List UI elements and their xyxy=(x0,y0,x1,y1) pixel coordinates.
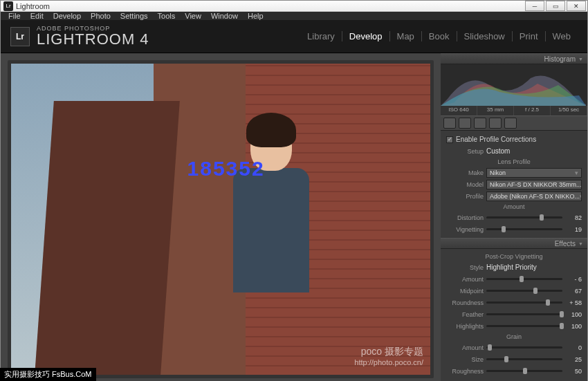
menu-window[interactable]: Window xyxy=(206,12,243,20)
menu-edit[interactable]: Edit xyxy=(26,12,48,20)
module-library[interactable]: Library xyxy=(300,31,342,41)
module-develop[interactable]: Develop xyxy=(342,31,390,41)
setup-value[interactable]: Custom xyxy=(486,147,510,155)
grain-amount-slider[interactable] xyxy=(486,346,562,349)
menu-help[interactable]: Help xyxy=(243,12,268,20)
feather-slider[interactable] xyxy=(486,313,562,315)
minimize-button[interactable]: ─ xyxy=(525,1,544,11)
menu-file[interactable]: File xyxy=(3,12,26,20)
distortion-slider[interactable] xyxy=(486,216,562,219)
image-frame: 185352 poco 摄影专题 http://photo.poco.cn/ xyxy=(8,60,434,378)
right-panel: Histogram ISO 640 35 mm f / 2.5 1/50 sec xyxy=(441,53,587,381)
menu-photo[interactable]: Photo xyxy=(86,12,116,20)
make-dropdown[interactable]: Nikon xyxy=(486,168,582,178)
module-web[interactable]: Web xyxy=(546,31,578,41)
roundness-slider[interactable] xyxy=(486,301,562,304)
maximize-button[interactable]: ▭ xyxy=(546,1,565,11)
titlebar: Lr Lightroom ─ ▭ ✕ xyxy=(1,1,587,12)
model-dropdown[interactable]: Nikon AF-S DX NIKKOR 35mm... xyxy=(486,180,582,189)
highlights-slider[interactable] xyxy=(486,325,562,327)
menubar: File Edit Develop Photo Settings Tools V… xyxy=(1,12,587,20)
module-slideshow[interactable]: Slideshow xyxy=(457,31,513,41)
tool-strip xyxy=(441,115,587,131)
menu-develop[interactable]: Develop xyxy=(48,12,86,20)
overlay-number: 185352 xyxy=(187,157,265,180)
brush-icon[interactable] xyxy=(504,118,517,129)
module-book[interactable]: Book xyxy=(422,31,457,41)
brand-logo: Lr xyxy=(10,27,30,46)
window-title: Lightroom xyxy=(16,2,525,10)
watermark: poco 摄影专题 http://photo.poco.cn/ xyxy=(354,346,423,366)
effects-header[interactable]: Effects xyxy=(441,238,587,249)
menu-view[interactable]: View xyxy=(180,12,206,20)
brand-bar: Lr ADOBE PHOTOSHOP LIGHTROOM 4 Library D… xyxy=(1,20,587,53)
module-picker: Library Develop Map Book Slideshow Print… xyxy=(300,31,578,41)
menu-settings[interactable]: Settings xyxy=(116,12,153,20)
vignetting-slider[interactable] xyxy=(486,228,562,230)
module-print[interactable]: Print xyxy=(513,31,546,41)
spot-icon[interactable] xyxy=(459,118,471,129)
enable-profile-label: Enable Profile Corrections xyxy=(456,136,536,143)
midpoint-slider[interactable] xyxy=(486,290,562,292)
redeye-icon[interactable] xyxy=(474,118,486,129)
enable-profile-checkbox[interactable]: ✓ xyxy=(446,136,453,143)
histogram-header[interactable]: Histogram xyxy=(441,53,587,64)
histogram-info: ISO 640 35 mm f / 2.5 1/50 sec xyxy=(441,106,587,115)
close-button[interactable]: ✕ xyxy=(567,1,586,11)
menu-tools[interactable]: Tools xyxy=(153,12,181,20)
crop-icon[interactable] xyxy=(443,118,456,129)
vignette-amount-slider[interactable] xyxy=(486,278,562,280)
app-icon: Lr xyxy=(3,1,13,11)
brand-text: ADOBE PHOTOSHOP LIGHTROOM 4 xyxy=(37,26,149,47)
gradient-icon[interactable] xyxy=(489,118,502,129)
histogram[interactable] xyxy=(441,64,587,106)
footer-tag: 实用摄影技巧 FsBus.CoM xyxy=(0,368,96,381)
grain-roughness-slider[interactable] xyxy=(486,370,562,372)
grain-size-slider[interactable] xyxy=(486,358,562,360)
module-map[interactable]: Map xyxy=(390,31,422,41)
photo-preview[interactable]: 185352 poco 摄影专题 http://photo.poco.cn/ xyxy=(11,64,430,375)
profile-dropdown[interactable]: Adobe (Nikon AF-S DX NIKKO... xyxy=(486,192,582,201)
style-value[interactable]: Highlight Priority xyxy=(486,263,537,271)
